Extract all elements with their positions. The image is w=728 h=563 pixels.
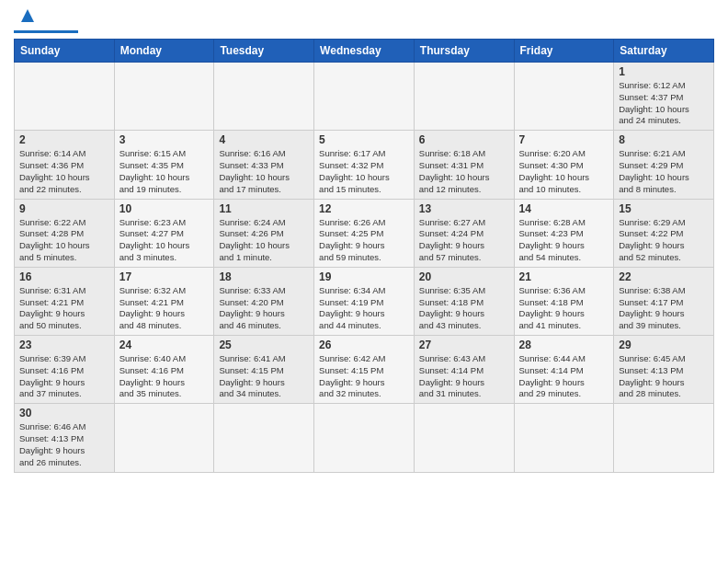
calendar-week-5: 23Sunrise: 6:39 AMSunset: 4:16 PMDayligh… xyxy=(15,336,714,404)
day-number: 9 xyxy=(19,202,109,215)
calendar-cell: 19Sunrise: 6:34 AMSunset: 4:19 PMDayligh… xyxy=(314,267,415,335)
weekday-header-friday: Friday xyxy=(514,40,614,63)
day-number: 8 xyxy=(619,133,709,146)
day-number: 2 xyxy=(19,133,109,146)
day-number: 14 xyxy=(519,202,609,215)
calendar-cell xyxy=(314,404,415,472)
day-number: 29 xyxy=(619,339,709,351)
day-number: 28 xyxy=(519,339,609,351)
day-info: Sunrise: 6:35 AMSunset: 4:18 PMDaylight:… xyxy=(419,285,509,332)
day-number: 5 xyxy=(319,133,409,146)
day-info: Sunrise: 6:46 AMSunset: 4:13 PMDaylight:… xyxy=(19,421,109,468)
calendar-cell xyxy=(614,404,714,472)
weekday-header-saturday: Saturday xyxy=(614,40,714,63)
calendar-cell xyxy=(514,404,614,472)
calendar-table: SundayMondayTuesdayWednesdayThursdayFrid… xyxy=(14,39,714,473)
calendar-cell: 6Sunrise: 6:18 AMSunset: 4:31 PMDaylight… xyxy=(414,131,514,199)
calendar-cell: 21Sunrise: 6:36 AMSunset: 4:18 PMDayligh… xyxy=(514,267,614,335)
weekday-header-monday: Monday xyxy=(114,40,214,63)
calendar-cell xyxy=(414,63,514,131)
calendar-cell xyxy=(214,63,314,131)
calendar-cell xyxy=(314,63,415,131)
calendar-cell: 11Sunrise: 6:24 AMSunset: 4:26 PMDayligh… xyxy=(214,199,314,267)
calendar-week-4: 16Sunrise: 6:31 AMSunset: 4:21 PMDayligh… xyxy=(15,267,714,335)
calendar-cell: 28Sunrise: 6:44 AMSunset: 4:14 PMDayligh… xyxy=(514,336,614,404)
day-number: 21 xyxy=(519,270,609,283)
day-info: Sunrise: 6:18 AMSunset: 4:31 PMDaylight:… xyxy=(419,148,509,195)
calendar-cell: 16Sunrise: 6:31 AMSunset: 4:21 PMDayligh… xyxy=(15,267,115,335)
day-info: Sunrise: 6:38 AMSunset: 4:17 PMDaylight:… xyxy=(619,285,709,332)
day-number: 26 xyxy=(319,339,409,351)
day-info: Sunrise: 6:27 AMSunset: 4:24 PMDaylight:… xyxy=(419,217,509,264)
logo-icon xyxy=(17,6,38,26)
logo xyxy=(14,9,78,33)
day-info: Sunrise: 6:34 AMSunset: 4:19 PMDaylight:… xyxy=(319,285,409,332)
day-number: 25 xyxy=(219,339,309,351)
weekday-header-row: SundayMondayTuesdayWednesdayThursdayFrid… xyxy=(15,40,714,63)
calendar-cell: 4Sunrise: 6:16 AMSunset: 4:33 PMDaylight… xyxy=(214,131,314,199)
calendar-cell: 26Sunrise: 6:42 AMSunset: 4:15 PMDayligh… xyxy=(314,336,415,404)
day-number: 18 xyxy=(219,270,309,283)
day-number: 20 xyxy=(419,270,509,283)
day-number: 12 xyxy=(319,202,409,215)
day-info: Sunrise: 6:41 AMSunset: 4:15 PMDaylight:… xyxy=(219,353,309,400)
day-info: Sunrise: 6:26 AMSunset: 4:25 PMDaylight:… xyxy=(319,217,409,264)
calendar-cell xyxy=(514,63,614,131)
day-info: Sunrise: 6:22 AMSunset: 4:28 PMDaylight:… xyxy=(19,217,109,264)
calendar-cell: 17Sunrise: 6:32 AMSunset: 4:21 PMDayligh… xyxy=(114,267,214,335)
calendar-cell: 23Sunrise: 6:39 AMSunset: 4:16 PMDayligh… xyxy=(15,336,115,404)
day-number: 24 xyxy=(119,339,210,351)
day-number: 17 xyxy=(119,270,210,283)
day-info: Sunrise: 6:23 AMSunset: 4:27 PMDaylight:… xyxy=(119,217,210,264)
calendar-cell: 8Sunrise: 6:21 AMSunset: 4:29 PMDaylight… xyxy=(614,131,714,199)
day-info: Sunrise: 6:17 AMSunset: 4:32 PMDaylight:… xyxy=(319,148,409,195)
day-number: 23 xyxy=(19,339,109,351)
day-info: Sunrise: 6:36 AMSunset: 4:18 PMDaylight:… xyxy=(519,285,609,332)
day-info: Sunrise: 6:40 AMSunset: 4:16 PMDaylight:… xyxy=(119,353,210,400)
day-info: Sunrise: 6:16 AMSunset: 4:33 PMDaylight:… xyxy=(219,148,309,195)
calendar-cell: 22Sunrise: 6:38 AMSunset: 4:17 PMDayligh… xyxy=(614,267,714,335)
calendar-cell xyxy=(114,63,214,131)
weekday-header-wednesday: Wednesday xyxy=(314,40,415,63)
day-number: 3 xyxy=(119,133,210,146)
day-number: 30 xyxy=(19,407,109,419)
calendar-cell: 7Sunrise: 6:20 AMSunset: 4:30 PMDaylight… xyxy=(514,131,614,199)
day-number: 15 xyxy=(619,202,709,215)
day-info: Sunrise: 6:42 AMSunset: 4:15 PMDaylight:… xyxy=(319,353,409,400)
day-info: Sunrise: 6:14 AMSunset: 4:36 PMDaylight:… xyxy=(19,148,109,195)
day-number: 7 xyxy=(519,133,609,146)
day-info: Sunrise: 6:44 AMSunset: 4:14 PMDaylight:… xyxy=(519,353,609,400)
calendar-cell: 25Sunrise: 6:41 AMSunset: 4:15 PMDayligh… xyxy=(214,336,314,404)
day-info: Sunrise: 6:15 AMSunset: 4:35 PMDaylight:… xyxy=(119,148,210,195)
calendar-week-3: 9Sunrise: 6:22 AMSunset: 4:28 PMDaylight… xyxy=(15,199,714,267)
calendar-cell: 29Sunrise: 6:45 AMSunset: 4:13 PMDayligh… xyxy=(614,336,714,404)
day-number: 4 xyxy=(219,133,309,146)
day-info: Sunrise: 6:45 AMSunset: 4:13 PMDaylight:… xyxy=(619,353,709,400)
day-number: 22 xyxy=(619,270,709,283)
calendar-cell xyxy=(414,404,514,472)
calendar-cell: 2Sunrise: 6:14 AMSunset: 4:36 PMDaylight… xyxy=(15,131,115,199)
calendar-header: SundayMondayTuesdayWednesdayThursdayFrid… xyxy=(15,40,714,63)
day-number: 1 xyxy=(619,65,709,78)
day-number: 13 xyxy=(419,202,509,215)
calendar-cell: 27Sunrise: 6:43 AMSunset: 4:14 PMDayligh… xyxy=(414,336,514,404)
day-info: Sunrise: 6:32 AMSunset: 4:21 PMDaylight:… xyxy=(119,285,210,332)
calendar-cell: 14Sunrise: 6:28 AMSunset: 4:23 PMDayligh… xyxy=(514,199,614,267)
calendar-cell: 30Sunrise: 6:46 AMSunset: 4:13 PMDayligh… xyxy=(15,404,115,472)
day-info: Sunrise: 6:43 AMSunset: 4:14 PMDaylight:… xyxy=(419,353,509,400)
calendar-cell: 1Sunrise: 6:12 AMSunset: 4:37 PMDaylight… xyxy=(614,63,714,131)
day-info: Sunrise: 6:24 AMSunset: 4:26 PMDaylight:… xyxy=(219,217,309,264)
day-info: Sunrise: 6:21 AMSunset: 4:29 PMDaylight:… xyxy=(619,148,709,195)
day-number: 6 xyxy=(419,133,509,146)
header xyxy=(14,9,714,33)
calendar-cell: 10Sunrise: 6:23 AMSunset: 4:27 PMDayligh… xyxy=(114,199,214,267)
calendar-cell: 20Sunrise: 6:35 AMSunset: 4:18 PMDayligh… xyxy=(414,267,514,335)
calendar-week-2: 2Sunrise: 6:14 AMSunset: 4:36 PMDaylight… xyxy=(15,131,714,199)
calendar-cell: 18Sunrise: 6:33 AMSunset: 4:20 PMDayligh… xyxy=(214,267,314,335)
weekday-header-thursday: Thursday xyxy=(414,40,514,63)
calendar-week-6: 30Sunrise: 6:46 AMSunset: 4:13 PMDayligh… xyxy=(15,404,714,472)
calendar-cell: 24Sunrise: 6:40 AMSunset: 4:16 PMDayligh… xyxy=(114,336,214,404)
day-info: Sunrise: 6:33 AMSunset: 4:20 PMDaylight:… xyxy=(219,285,309,332)
calendar-week-1: 1Sunrise: 6:12 AMSunset: 4:37 PMDaylight… xyxy=(15,63,714,131)
svg-marker-0 xyxy=(21,9,34,22)
